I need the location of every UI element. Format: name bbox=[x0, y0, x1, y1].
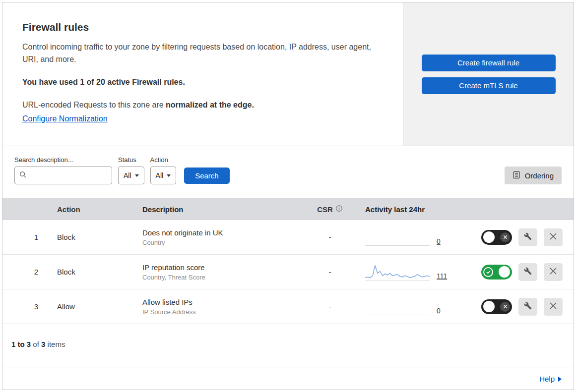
activity-sparkline bbox=[365, 229, 430, 246]
filter-bar: Search description... Status All Action … bbox=[2, 146, 574, 198]
action-column-header: Action bbox=[47, 205, 132, 214]
search-label: Search description... bbox=[14, 156, 112, 164]
close-icon bbox=[550, 233, 557, 241]
status-dropdown[interactable]: All bbox=[118, 167, 144, 184]
toggle-knob bbox=[483, 231, 495, 243]
normalization-bold-text: normalized at the edge. bbox=[166, 101, 254, 109]
activity-cell: 0 bbox=[357, 298, 471, 315]
edit-rule-button[interactable] bbox=[518, 228, 537, 246]
csr-column-header: CSR bbox=[303, 205, 357, 214]
ordering-button-label: Ordering bbox=[525, 171, 554, 180]
search-icon bbox=[19, 171, 27, 180]
chevron-down-icon bbox=[167, 174, 171, 177]
activity-count-link[interactable]: 0 bbox=[437, 307, 441, 315]
rule-csr: - bbox=[303, 268, 357, 276]
rule-description-cell: IP reputation score Country, Threat Scor… bbox=[132, 263, 303, 281]
search-button[interactable]: Search bbox=[184, 168, 230, 184]
edit-rule-button[interactable] bbox=[518, 298, 537, 316]
close-icon bbox=[550, 268, 557, 276]
actions-panel: Create firewall rule Create mTLS rule bbox=[403, 2, 574, 146]
search-input[interactable] bbox=[30, 171, 107, 179]
delete-rule-button[interactable] bbox=[544, 298, 563, 316]
rule-controls bbox=[471, 228, 574, 246]
rule-description: Does not originate in UK bbox=[142, 228, 303, 237]
search-box bbox=[14, 167, 112, 184]
edit-rule-button[interactable] bbox=[518, 263, 537, 281]
toggle-knob bbox=[499, 266, 510, 278]
activity-column-header: Activity last 24hr bbox=[357, 205, 471, 214]
close-icon bbox=[500, 302, 510, 312]
rule-priority: 2 bbox=[2, 268, 47, 276]
enable-toggle[interactable] bbox=[481, 299, 512, 314]
page-header: Firewall rules Control incoming traffic … bbox=[2, 2, 574, 146]
status-dropdown-value: All bbox=[124, 171, 131, 179]
rule-fields: Country bbox=[142, 239, 303, 246]
rule-action: Allow bbox=[47, 302, 132, 311]
rule-csr: - bbox=[303, 233, 357, 241]
rule-fields: IP Source Address bbox=[142, 308, 303, 316]
rule-action: Block bbox=[47, 233, 132, 241]
page-description: Control incoming traffic to your zone by… bbox=[22, 41, 383, 66]
activity-count-link[interactable]: 0 bbox=[437, 237, 441, 245]
items-summary: 1 to 3 of 3 items bbox=[2, 324, 574, 358]
rule-description-cell: Does not originate in UK Country bbox=[132, 228, 303, 246]
enable-toggle[interactable] bbox=[481, 265, 512, 280]
activity-sparkline bbox=[365, 264, 430, 280]
activity-cell: 111 bbox=[357, 264, 471, 280]
action-label: Action bbox=[150, 156, 177, 164]
table-row: 3 Allow Allow listed IPs IP Source Addre… bbox=[2, 289, 574, 324]
rule-description: Allow listed IPs bbox=[142, 298, 303, 306]
help-link-label: Help bbox=[539, 375, 555, 383]
arrow-right-icon bbox=[558, 377, 562, 382]
normalization-notice: URL-encoded Requests to this zone are no… bbox=[22, 101, 383, 110]
wrench-icon bbox=[524, 267, 532, 277]
normalization-text: URL-encoded Requests to this zone are bbox=[22, 101, 164, 109]
rule-controls bbox=[471, 263, 574, 281]
csr-header-label: CSR bbox=[317, 205, 333, 214]
rule-fields: Country, Threat Score bbox=[142, 274, 303, 281]
items-total: 3 bbox=[41, 340, 45, 348]
table-row: 1 Block Does not originate in UK Country… bbox=[2, 220, 574, 255]
enable-toggle[interactable] bbox=[481, 230, 512, 245]
page-header-text: Firewall rules Control incoming traffic … bbox=[2, 2, 403, 146]
delete-rule-button[interactable] bbox=[544, 228, 563, 246]
create-firewall-rule-button[interactable]: Create firewall rule bbox=[422, 55, 556, 71]
activity-count-link[interactable]: 111 bbox=[437, 272, 447, 280]
rule-priority: 1 bbox=[2, 233, 47, 241]
activity-cell: 0 bbox=[357, 229, 471, 246]
search-filter-group: Search description... bbox=[14, 156, 112, 184]
rule-description: IP reputation score bbox=[142, 263, 303, 272]
rule-description-cell: Allow listed IPs IP Source Address bbox=[132, 298, 303, 316]
items-range: 1 to 3 bbox=[11, 340, 31, 348]
usage-notice: You have used 1 of 20 active Firewall ru… bbox=[22, 78, 383, 87]
close-icon bbox=[500, 232, 510, 242]
rule-controls bbox=[471, 298, 574, 316]
toggle-knob bbox=[483, 301, 495, 312]
activity-sparkline bbox=[365, 298, 430, 315]
create-mtls-rule-button[interactable]: Create mTLS rule bbox=[422, 77, 556, 94]
ordering-list-icon bbox=[512, 171, 520, 180]
table-row: 2 Block IP reputation score Country, Thr… bbox=[2, 255, 574, 289]
items-of-text: of bbox=[33, 340, 39, 348]
ordering-button[interactable]: Ordering bbox=[505, 167, 562, 184]
info-icon bbox=[335, 205, 343, 214]
delete-rule-button[interactable] bbox=[544, 263, 563, 281]
rule-priority: 3 bbox=[2, 302, 47, 311]
help-link[interactable]: Help bbox=[539, 375, 562, 383]
status-label: Status bbox=[118, 156, 144, 164]
firewall-rules-card: Firewall rules Control incoming traffic … bbox=[2, 2, 574, 390]
table-header-row: Action Description CSR Activity last 24h… bbox=[2, 198, 574, 220]
chevron-down-icon bbox=[135, 174, 139, 177]
close-icon bbox=[550, 302, 557, 311]
action-filter-group: Action All bbox=[150, 156, 177, 184]
wrench-icon bbox=[524, 232, 532, 242]
action-dropdown-value: All bbox=[156, 171, 164, 179]
help-bar: Help bbox=[2, 368, 574, 390]
status-filter-group: Status All bbox=[118, 156, 144, 184]
page-title: Firewall rules bbox=[22, 21, 383, 33]
action-dropdown[interactable]: All bbox=[150, 167, 177, 184]
rule-csr: - bbox=[303, 302, 357, 311]
configure-normalization-link[interactable]: Configure Normalization bbox=[22, 114, 108, 123]
rule-action: Block bbox=[47, 268, 132, 276]
wrench-icon bbox=[524, 302, 532, 311]
